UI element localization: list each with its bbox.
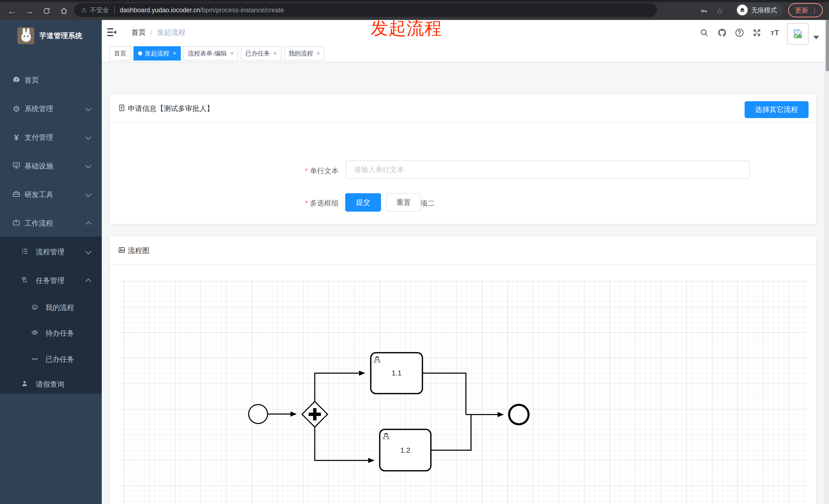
single-line-text-input[interactable] [346, 160, 750, 179]
sidebar-item-label: 支付管理 [25, 133, 53, 142]
user-task-1-1[interactable]: 1.1 [371, 353, 423, 394]
forward-button[interactable]: → [22, 2, 37, 20]
breadcrumb-current: 发起流程 [157, 28, 186, 37]
close-tab-icon[interactable]: × [317, 50, 320, 57]
user-task-1-2[interactable]: 1.2 [380, 429, 431, 471]
sidebar-item-label: 研发工具 [25, 190, 53, 200]
bookmark-star-icon[interactable]: ☆ [716, 2, 723, 20]
start-event[interactable] [249, 404, 267, 424]
flow-task1-out [423, 373, 466, 415]
sidebar-item-process-mgmt[interactable]: 流程管理 [0, 239, 102, 265]
sidebar-item-done-tasks[interactable]: 已办任务 [0, 347, 102, 372]
reload-icon [42, 7, 50, 15]
tree-list-icon [20, 247, 30, 257]
sidebar-item-label: 首页 [25, 75, 39, 85]
user-avatar[interactable] [787, 23, 808, 44]
sidebar-item-pay[interactable]: ¥ 支付管理 [0, 125, 102, 150]
flow-icon [20, 276, 30, 286]
browser-menu-icon[interactable]: ⋮ [812, 6, 818, 14]
sidebar-item-label: 系统管理 [25, 104, 53, 114]
monitor-icon [11, 161, 22, 171]
robot-face-icon [30, 303, 40, 313]
github-link[interactable] [717, 28, 727, 38]
font-size-icon: ᴛT [770, 28, 779, 37]
sidebar-item-leave-query[interactable]: 请假查询 [0, 372, 102, 397]
document-icon [118, 104, 126, 114]
image-icon [118, 246, 126, 256]
avatar-dropdown-caret[interactable] [813, 36, 819, 39]
sidebar-item-system[interactable]: ⚙ 系统管理 [0, 96, 102, 122]
flow-gateway-to-task1 [315, 373, 365, 401]
reset-button[interactable]: 重置 [386, 193, 421, 211]
breadcrumb-separator: / [150, 28, 152, 37]
back-button[interactable]: ← [4, 2, 20, 20]
sidebar-item-my-process[interactable]: 我的流程 [0, 295, 102, 320]
reload-button[interactable] [39, 2, 54, 20]
yen-icon: ¥ [11, 133, 22, 142]
not-secure-label[interactable]: 不安全 [90, 6, 109, 14]
task-label: 1.2 [400, 446, 410, 454]
card-header: 流程图 [109, 236, 816, 265]
submit-button[interactable]: 提交 [345, 193, 381, 211]
tab-my-process[interactable]: 我的流程× [284, 46, 325, 61]
toolbox-icon [11, 190, 22, 200]
chevron-down-icon [85, 248, 91, 254]
incognito-icon [737, 5, 748, 15]
chevron-down-icon [85, 162, 91, 168]
key-icon [700, 7, 708, 15]
update-button[interactable]: 更新 ⋮ [788, 3, 823, 17]
close-tab-icon[interactable]: × [230, 50, 234, 57]
sidebar-item-home[interactable]: 首页 [0, 68, 102, 93]
home-button[interactable] [56, 2, 72, 20]
font-size-button[interactable]: ᴛT [770, 28, 780, 38]
briefcase-icon [11, 218, 22, 229]
help-button[interactable] [734, 28, 745, 38]
home-icon [60, 7, 68, 15]
tab-start-process[interactable]: 发起流程 × [134, 46, 181, 61]
choose-other-process-button[interactable]: 选择其它流程 [745, 101, 808, 118]
required-mark: * [305, 167, 308, 175]
chevron-up-icon [85, 278, 91, 284]
parallel-gateway[interactable] [302, 401, 328, 427]
tab-strip [0, 0, 829, 2]
incognito-label: 无痕模式 [751, 6, 777, 14]
address-bar[interactable]: ⚠ 不安全 dashboard.yudao.iocoder.cn /bpm/pr… [74, 3, 657, 17]
breadcrumb: 首页 / 发起流程 [132, 20, 186, 45]
collapse-sidebar-button[interactable] [106, 28, 117, 37]
card-title: 申请信息【测试多审批人】 [128, 104, 214, 114]
sidebar-item-todo-tasks[interactable]: 待办任务 [0, 320, 102, 346]
main-area: 首页 / 发起流程 ᴛT 首页 [102, 20, 825, 504]
app-header: 首页 / 发起流程 ᴛT [102, 20, 825, 45]
broken-image-icon [792, 28, 803, 39]
sidebar-item-devtools[interactable]: 研发工具 [0, 182, 102, 207]
tags-view-bar: 首页 发起流程 × 流程表单-编辑× 已办任务× 我的流程× [102, 45, 825, 62]
apply-info-card: 申请信息【测试多审批人】 选择其它流程 *单行文本 *多选框组 选项一 选项二 … [109, 93, 817, 224]
search-button[interactable] [699, 28, 709, 38]
active-tab-dot [138, 51, 142, 55]
sidebar-item-infra[interactable]: 基础设施 [0, 153, 102, 179]
tab-home[interactable]: 首页 [109, 46, 131, 61]
tab-form-edit[interactable]: 流程表单-编辑× [183, 46, 238, 61]
chevron-down-icon [85, 134, 91, 140]
page-scrollbar[interactable] [825, 20, 829, 504]
tab-done-tasks[interactable]: 已办任务× [241, 46, 282, 61]
fullscreen-button[interactable] [752, 28, 762, 38]
page-content: 申请信息【测试多审批人】 选择其它流程 *单行文本 *多选框组 选项一 选项二 … [102, 62, 825, 504]
bpmn-canvas[interactable]: 1.1 1.2 [120, 280, 807, 504]
person-icon [20, 380, 30, 389]
close-tab-icon[interactable]: × [274, 50, 277, 57]
end-event[interactable] [509, 405, 529, 424]
chevron-up-icon [85, 221, 91, 227]
annotation-overlay-text: 发起流程 [371, 17, 442, 40]
sidebar-item-task-mgmt[interactable]: 任务管理 [0, 268, 102, 294]
close-tab-icon[interactable]: × [173, 50, 176, 57]
sidebar-item-workflow[interactable]: 工作流程 [0, 210, 102, 236]
required-mark: * [305, 199, 308, 207]
logo[interactable]: 芋道管理系统 [0, 20, 102, 52]
bpmn-diagram: 1.1 1.2 [120, 280, 807, 504]
password-key-icon[interactable] [696, 2, 712, 20]
breadcrumb-home[interactable]: 首页 [132, 28, 146, 37]
scrollbar-thumb[interactable] [826, 20, 829, 71]
gear-icon: ⚙ [11, 104, 22, 114]
not-secure-warning-icon: ⚠ [81, 6, 87, 13]
